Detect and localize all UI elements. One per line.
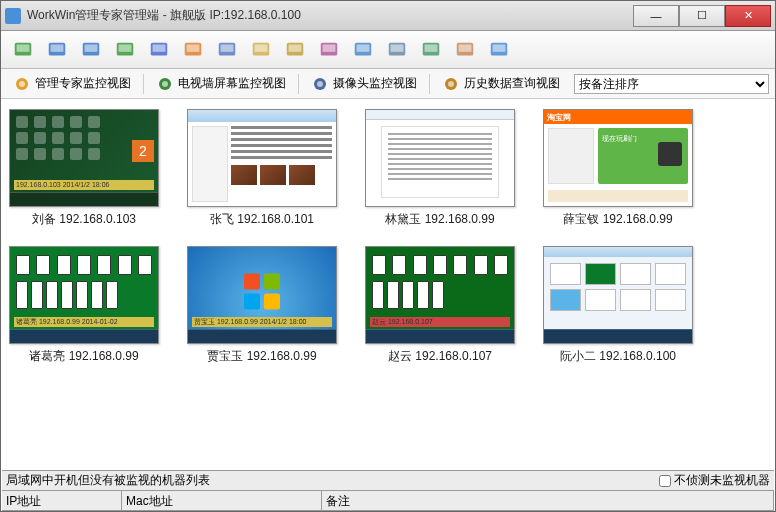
svg-rect-29 — [493, 44, 506, 51]
no-detect-checkbox-label[interactable]: 不侦测未监视机器 — [659, 472, 770, 489]
thumbnail-screenshot — [187, 109, 337, 207]
svg-rect-17 — [289, 44, 302, 51]
thumbnail-item[interactable]: 2192.168.0.103 2014/1/2 18:06 刘备 192.168… — [9, 109, 159, 228]
view-tab-label: 电视墙屏幕监控视图 — [178, 75, 286, 92]
monitor-green-icon[interactable] — [9, 36, 37, 64]
thumbnail-screenshot — [365, 109, 515, 207]
globe-icon[interactable] — [43, 36, 71, 64]
svg-rect-1 — [17, 44, 30, 51]
thumbnail-screenshot: 贾宝玉 192.168.0.99 2014/1/2 18:00 — [187, 246, 337, 344]
book-green-icon[interactable] — [417, 36, 445, 64]
svg-rect-3 — [51, 44, 64, 51]
view-tab-1[interactable]: 电视墙屏幕监控视图 — [150, 72, 292, 96]
thumbnail-item[interactable]: 林黛玉 192.168.0.99 — [365, 109, 515, 228]
thumbnail-label: 张飞 192.168.0.101 — [210, 211, 314, 228]
thumbnail-screenshot: 诸葛亮 192.168.0.99 2014-01-02 — [9, 246, 159, 344]
col-ip[interactable]: IP地址 — [2, 491, 122, 510]
unmonitored-panel: 局域网中开机但没有被监视的机器列表 不侦测未监视机器 IP地址 Mac地址 备注 — [2, 470, 774, 511]
svg-rect-15 — [255, 44, 268, 51]
thumbnail-item[interactable]: 赵云 192.168.0.107 赵云 192.168.0.107 — [365, 246, 515, 365]
svg-rect-9 — [153, 44, 166, 51]
close-button[interactable]: ✕ — [725, 5, 771, 27]
unmonitored-header: 局域网中开机但没有被监视的机器列表 — [6, 472, 659, 489]
history-icon — [442, 75, 460, 93]
thumbnail-item[interactable]: 淘宝网现在玩刷门 薛宝钗 192.168.0.99 — [543, 109, 693, 228]
window-orange-icon[interactable] — [179, 36, 207, 64]
camera-icon — [311, 75, 329, 93]
view-tab-0[interactable]: 管理专家监控视图 — [7, 72, 137, 96]
unmonitored-columns: IP地址 Mac地址 备注 — [2, 491, 774, 511]
svg-rect-5 — [85, 44, 98, 51]
no-detect-checkbox[interactable] — [659, 475, 671, 487]
display-icon[interactable] — [213, 36, 241, 64]
col-mac[interactable]: Mac地址 — [122, 491, 322, 510]
app-icon — [5, 8, 21, 24]
view-tab-label: 历史数据查询视图 — [464, 75, 560, 92]
thumbnail-screenshot: 赵云 192.168.0.107 — [365, 246, 515, 344]
thumbnail-label: 赵云 192.168.0.107 — [388, 348, 492, 365]
thumbnail-item[interactable]: 贾宝玉 192.168.0.99 2014/1/2 18:00 贾宝玉 192.… — [187, 246, 337, 365]
view-tab-label: 管理专家监控视图 — [35, 75, 131, 92]
svg-rect-21 — [357, 44, 370, 51]
col-remark[interactable]: 备注 — [322, 491, 774, 510]
chart-pie-icon[interactable] — [315, 36, 343, 64]
screen-dual-icon[interactable] — [77, 36, 105, 64]
svg-rect-11 — [187, 44, 200, 51]
main-toolbar — [1, 31, 775, 69]
mail-open-icon[interactable] — [247, 36, 275, 64]
minimize-button[interactable]: — — [633, 5, 679, 27]
thumbnail-label: 薛宝钗 192.168.0.99 — [563, 211, 672, 228]
mail-send-icon[interactable] — [281, 36, 309, 64]
view-tab-3[interactable]: 历史数据查询视图 — [436, 72, 566, 96]
window-controls: — ☐ ✕ — [633, 5, 771, 27]
svg-point-33 — [162, 81, 168, 87]
tv-wall-icon — [156, 75, 174, 93]
maximize-button[interactable]: ☐ — [679, 5, 725, 27]
help-icon[interactable] — [485, 36, 513, 64]
svg-rect-7 — [119, 44, 132, 51]
thumbnail-label: 诸葛亮 192.168.0.99 — [29, 348, 138, 365]
users-green-icon[interactable] — [111, 36, 139, 64]
thumbnail-label: 贾宝玉 192.168.0.99 — [207, 348, 316, 365]
contacts-icon[interactable] — [451, 36, 479, 64]
link-blue-icon[interactable] — [349, 36, 377, 64]
window-title: WorkWin管理专家管理端 - 旗舰版 IP:192.168.0.100 — [27, 7, 633, 24]
view-tab-2[interactable]: 摄像头监控视图 — [305, 72, 423, 96]
sort-select-wrap: 按备注排序 — [574, 74, 769, 94]
disc-icon[interactable] — [383, 36, 411, 64]
titlebar: WorkWin管理专家管理端 - 旗舰版 IP:192.168.0.100 — … — [1, 1, 775, 31]
thumbnail-grid-area: 2192.168.0.103 2014/1/2 18:06 刘备 192.168… — [1, 99, 775, 449]
sort-select[interactable]: 按备注排序 — [574, 74, 769, 94]
thumbnail-item[interactable]: 张飞 192.168.0.101 — [187, 109, 337, 228]
thumbnail-label: 阮小二 192.168.0.100 — [560, 348, 676, 365]
view-tab-label: 摄像头监控视图 — [333, 75, 417, 92]
thumbnail-screenshot — [543, 246, 693, 344]
svg-point-37 — [448, 81, 454, 87]
view-tabs-bar: 管理专家监控视图电视墙屏幕监控视图摄像头监控视图历史数据查询视图 按备注排序 — [1, 69, 775, 99]
svg-rect-13 — [221, 44, 234, 51]
svg-rect-25 — [425, 44, 438, 51]
magnifier-icon — [13, 75, 31, 93]
app-blue-icon[interactable] — [145, 36, 173, 64]
svg-rect-19 — [323, 44, 336, 51]
thumbnail-item[interactable]: 阮小二 192.168.0.100 — [543, 246, 693, 365]
svg-rect-23 — [391, 44, 404, 51]
thumbnail-screenshot: 2192.168.0.103 2014/1/2 18:06 — [9, 109, 159, 207]
svg-rect-27 — [459, 44, 472, 51]
thumbnail-label: 刘备 192.168.0.103 — [32, 211, 136, 228]
thumbnail-item[interactable]: 诸葛亮 192.168.0.99 2014-01-02 诸葛亮 192.168.… — [9, 246, 159, 365]
thumbnail-screenshot: 淘宝网现在玩刷门 — [543, 109, 693, 207]
svg-point-35 — [317, 81, 323, 87]
svg-point-31 — [19, 81, 25, 87]
thumbnail-label: 林黛玉 192.168.0.99 — [385, 211, 494, 228]
